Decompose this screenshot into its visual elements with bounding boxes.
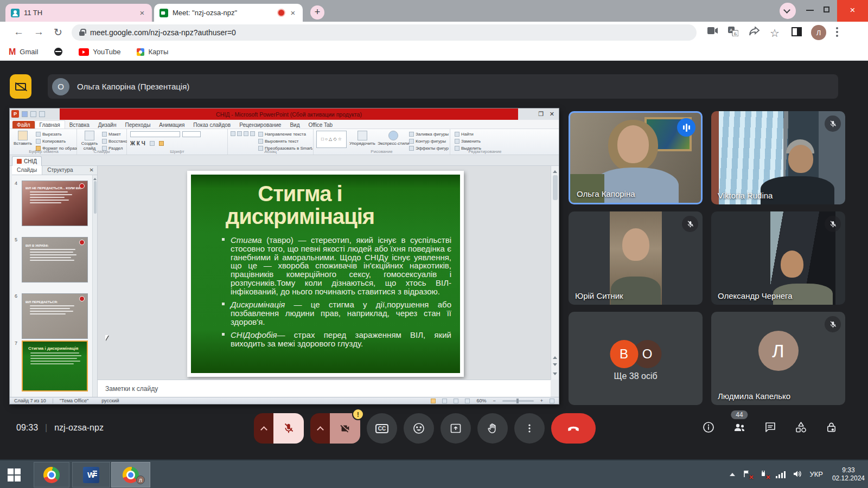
new-slide-button[interactable]: Создать слайд [79, 131, 100, 151]
font-name-select[interactable] [130, 131, 180, 137]
quick-styles-button[interactable]: Экспресс-стили [378, 131, 410, 146]
zoom-in-icon[interactable]: + [540, 398, 543, 403]
normal-view-icon[interactable] [431, 399, 436, 403]
scroll-down-icon[interactable] [553, 373, 557, 377]
reset-button[interactable]: Восстановить [102, 138, 127, 144]
meet-warning-button[interactable] [10, 74, 31, 99]
reload-button[interactable]: ↻ [54, 26, 62, 38]
pane-close-icon[interactable]: ✕ [86, 166, 97, 175]
participant-tile[interactable]: Ольга Капоріна [569, 111, 703, 204]
mic-options-button[interactable] [254, 413, 273, 444]
slide-thumbnail-6[interactable]: ВІЛ ПЕРЕДАЄТЬСЯ: [22, 293, 88, 339]
taskbar-chrome-button[interactable] [34, 462, 69, 487]
ribbon-tab-transitions[interactable]: Переходы [120, 121, 155, 129]
browser-menu-icon[interactable] [836, 27, 838, 38]
new-tab-button[interactable]: + [310, 5, 324, 20]
tab-close-icon[interactable]: × [138, 8, 146, 17]
bookmark-gmail[interactable]: M Gmail [9, 47, 38, 57]
tab-11th[interactable]: 11 TH × [5, 4, 152, 22]
font-size-select[interactable] [182, 131, 201, 137]
participant-tile[interactable]: Юрій Ситник [569, 211, 703, 305]
tab-search-button[interactable] [780, 3, 796, 19]
ribbon-tab-home[interactable]: Главная [35, 120, 65, 129]
side-panel-icon[interactable] [792, 27, 802, 36]
redo-icon[interactable] [39, 111, 45, 117]
shape-outline-button[interactable]: Контур фигуры [409, 138, 449, 144]
camera-options-button[interactable] [310, 413, 330, 444]
activities-button[interactable] [794, 421, 808, 436]
browser-profile-avatar[interactable]: Л [811, 25, 826, 40]
ribbon-tab-design[interactable]: Дизайн [94, 121, 121, 129]
bullet-list-icon[interactable] [231, 131, 235, 136]
participant-tile[interactable]: Олександр Чернега [711, 211, 845, 305]
ribbon-tab-review[interactable]: Рецензирование [235, 121, 285, 129]
fit-to-window-icon[interactable] [550, 399, 554, 403]
sorter-view-icon[interactable] [442, 399, 447, 403]
number-list-icon[interactable] [237, 131, 242, 136]
indent-icon[interactable] [244, 131, 248, 136]
hidden-icons-icon[interactable] [730, 470, 735, 476]
volume-icon[interactable] [793, 470, 802, 479]
window-minimize-button[interactable] [806, 10, 814, 11]
notes-area[interactable]: Заметки к слайду [98, 380, 551, 397]
start-button[interactable] [8, 468, 21, 481]
pane-tab-slides[interactable]: Слайды [12, 166, 42, 175]
reading-view-icon[interactable] [454, 399, 458, 403]
document-tab[interactable]: СНІД [12, 156, 42, 166]
raise-hand-button[interactable] [477, 413, 508, 444]
pane-scrollbar[interactable] [92, 175, 97, 397]
mic-mute-button[interactable] [273, 413, 304, 444]
replace-button[interactable]: Заменить [455, 138, 515, 144]
back-button[interactable]: ← [14, 26, 24, 38]
window-restore-button[interactable] [824, 7, 829, 12]
paste-button[interactable]: Вставить [14, 131, 32, 146]
slide-canvas[interactable]: Стигма і дискримінація Стигма (тавро) — … [187, 171, 464, 377]
save-icon[interactable] [22, 111, 28, 117]
ppt-restore-icon[interactable]: ❐ [538, 111, 544, 118]
find-button[interactable]: Найти [455, 131, 515, 137]
powerpoint-logo-icon[interactable]: P [11, 110, 19, 118]
text-direction-button[interactable]: Направление текста [258, 131, 312, 137]
slide-thumbnail-7-selected[interactable]: Стигма і дискримінація [22, 341, 88, 391]
undo-icon[interactable] [30, 111, 36, 117]
share-icon[interactable] [749, 27, 760, 38]
translate-icon[interactable]: AБ [728, 27, 738, 38]
address-bar[interactable]: meet.google.com/nzj-ozsa-npz?authuser=0 [72, 24, 697, 41]
slide-scrollbar[interactable] [551, 166, 559, 380]
scroll-up-icon[interactable] [553, 168, 557, 173]
present-button[interactable] [441, 413, 471, 444]
taskbar-word-button[interactable]: W [72, 462, 110, 487]
camera-off-button[interactable]: ! [330, 413, 360, 444]
participant-tile[interactable]: Л Людмила Капелько [711, 312, 845, 405]
tab-meet[interactable]: Meet: "nzj-ozsa-npz" × [154, 4, 303, 22]
bookmark-globe[interactable] [54, 48, 62, 56]
signal-bars-icon[interactable] [776, 471, 786, 478]
scroll-thumb[interactable] [553, 175, 558, 200]
language-indicator[interactable]: УКР [809, 470, 823, 478]
arrange-button[interactable]: Упорядочить [349, 131, 375, 146]
ribbon-tab-file[interactable]: Файл [12, 121, 35, 129]
next-slide-icon[interactable] [553, 363, 557, 368]
reactions-button[interactable] [404, 413, 434, 444]
shapes-gallery[interactable]: □ ○ △ ◇ ☆ [316, 131, 347, 148]
zoom-out-icon[interactable]: − [493, 398, 495, 403]
align-text-button[interactable]: Выровнять текст [258, 138, 312, 144]
tab-close-icon[interactable]: × [289, 8, 297, 17]
align-icon[interactable] [250, 131, 255, 136]
pane-tab-outline[interactable]: Структура [42, 166, 78, 175]
cut-button[interactable]: Вырезать [36, 131, 77, 137]
ppt-close-icon[interactable]: ✕ [550, 111, 554, 118]
window-close-button[interactable]: × [837, 0, 868, 22]
slideshow-view-icon[interactable] [465, 399, 470, 403]
previous-slide-icon[interactable] [553, 354, 557, 359]
participant-tile[interactable]: Viktoria Rudina [711, 111, 845, 204]
bookmark-maps[interactable]: Карты [137, 48, 168, 56]
ribbon-tab-slideshow[interactable]: Показ слайдов [189, 121, 235, 129]
end-call-button[interactable] [551, 413, 596, 444]
power-plug-icon[interactable]: ✕ [759, 470, 769, 479]
forward-button[interactable]: → [34, 26, 44, 38]
font-style-buttons[interactable]: Ж К Ч [130, 140, 164, 146]
more-options-button[interactable] [514, 413, 545, 444]
chat-button[interactable] [764, 421, 777, 436]
network-flag-icon[interactable]: ✕ [742, 470, 752, 479]
